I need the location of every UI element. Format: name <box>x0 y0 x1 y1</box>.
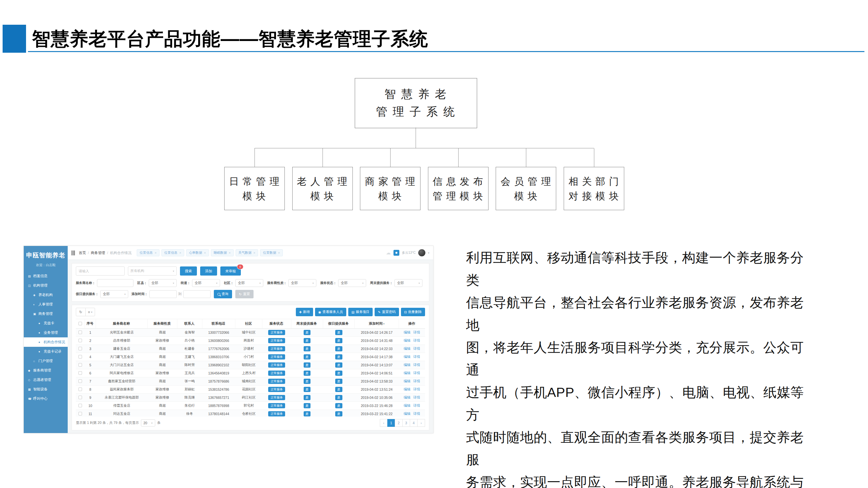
add-button[interactable]: 添加 <box>200 266 217 275</box>
close-icon[interactable]: × <box>204 251 206 255</box>
row-checkbox[interactable] <box>76 402 85 410</box>
filter-select[interactable]: 全部 ▾ <box>192 279 220 287</box>
close-icon[interactable]: × <box>179 251 181 255</box>
sidebar-item[interactable]: ▦ 智能设备 <box>24 385 68 394</box>
table-action-button[interactable]: ▤ 服务项目 <box>348 308 373 316</box>
edit-link[interactable]: 编辑 <box>404 403 410 407</box>
column-header[interactable]: 序号 <box>85 319 96 329</box>
page-button[interactable]: 1 <box>387 419 395 427</box>
detail-link[interactable]: 详情 <box>413 403 420 407</box>
edit-link[interactable]: 编辑 <box>404 412 410 416</box>
filter-select[interactable]: 全部 ▾ <box>338 279 366 287</box>
sidebar-item[interactable]: ◈ 养老机构 <box>24 290 68 300</box>
tag-chip[interactable]: 心率数据 × <box>186 249 209 256</box>
column-header[interactable]: 联系电话 <box>202 319 235 329</box>
column-header[interactable]: 服务状态 <box>262 319 291 329</box>
detail-link[interactable]: 详情 <box>413 371 420 375</box>
tag-chip[interactable]: 天气数据 × <box>236 249 258 256</box>
detail-link[interactable]: 详情 <box>413 338 420 342</box>
edit-link[interactable]: 编辑 <box>404 330 410 334</box>
row-checkbox[interactable] <box>76 353 85 361</box>
edit-link[interactable]: 编辑 <box>404 347 410 350</box>
hamburger-icon[interactable] <box>71 251 75 255</box>
detail-link[interactable]: 详情 <box>413 347 420 350</box>
table-scroll-area[interactable]: 序号 服务商名称 服务商性质 <box>76 319 425 417</box>
page-button[interactable]: 4 <box>410 419 417 427</box>
row-checkbox[interactable] <box>76 329 85 337</box>
sidebar-item[interactable]: ● 充值卡记录 <box>24 347 68 356</box>
row-checkbox[interactable] <box>76 410 85 417</box>
tag-chip[interactable]: 位置信息 × <box>137 249 159 256</box>
refresh-button[interactable]: ↻ <box>76 308 86 316</box>
breadcrumb-item[interactable]: 机构合作情况 <box>110 251 131 255</box>
close-icon[interactable]: × <box>253 251 255 255</box>
detail-link[interactable]: 详情 <box>413 363 420 367</box>
table-action-button[interactable]: ✎ 重置密码 <box>375 308 399 316</box>
notification-icon[interactable] <box>394 250 399 256</box>
filter-select[interactable]: 全部 ▾ <box>235 279 263 287</box>
org-select[interactable]: 所有机构 ▾ <box>128 266 177 275</box>
page-button[interactable]: 3 <box>402 419 410 427</box>
tag-chip[interactable]: 位置信息 × <box>161 249 184 256</box>
filter-select[interactable]: 全部 ▾ <box>288 279 316 287</box>
detail-link[interactable]: 详情 <box>413 387 420 391</box>
query-button[interactable]: 查询 <box>214 290 232 298</box>
row-checkbox[interactable] <box>76 378 85 386</box>
search-input[interactable] <box>76 266 125 275</box>
column-header[interactable]: 服务商性质 <box>148 319 177 329</box>
detail-link[interactable]: 详情 <box>413 330 420 334</box>
edit-link[interactable]: 编辑 <box>404 395 410 399</box>
date-to-input[interactable] <box>183 290 211 298</box>
select-all-checkbox[interactable] <box>76 319 85 329</box>
filter-select[interactable]: 全部 ▾ <box>149 279 177 287</box>
page-button[interactable]: ‹ <box>380 419 388 427</box>
column-header[interactable]: 操作 <box>399 319 425 329</box>
detail-link[interactable]: 详情 <box>413 395 420 399</box>
breadcrumb-item[interactable]: 首页 <box>79 251 91 255</box>
row-checkbox[interactable] <box>76 386 85 394</box>
sidebar-item[interactable]: ☎ 呼叫中心 <box>24 394 68 403</box>
breadcrumb-item[interactable]: 商务管理 <box>91 251 110 255</box>
edit-link[interactable]: 编辑 <box>404 363 410 367</box>
column-header[interactable]: 添加时间▾ <box>355 319 399 329</box>
row-checkbox[interactable] <box>76 337 85 345</box>
column-header[interactable]: 社区 <box>235 319 262 329</box>
sidebar-item[interactable]: ◆ 服务商管理 <box>24 366 68 375</box>
columns-button[interactable]: ≡ ▾ <box>85 308 95 316</box>
sidebar-item[interactable]: ● 业务管理 <box>24 328 68 337</box>
column-header[interactable]: 周末提供服务 <box>291 319 323 329</box>
sidebar-item[interactable]: ● 充值卡 <box>24 319 68 328</box>
page-button[interactable]: › <box>417 419 425 427</box>
column-header[interactable]: 服务商名称 <box>96 319 148 329</box>
holiday-service-select[interactable]: 全部 ▾ <box>100 290 128 298</box>
column-header[interactable]: 假日提供服务 <box>323 319 355 329</box>
edit-link[interactable]: 编辑 <box>404 379 410 383</box>
sidebar-item[interactable]: ▣ 商务管理 <box>24 309 68 319</box>
detail-link[interactable]: 详情 <box>413 355 420 359</box>
edit-link[interactable]: 编辑 <box>404 387 410 391</box>
sidebar-item[interactable]: ◫ 机构管理 <box>24 281 68 290</box>
detail-link[interactable]: 详情 <box>413 379 420 383</box>
unaudited-button[interactable]: 未审核 0 <box>220 266 241 275</box>
page-button[interactable]: 2 <box>395 419 403 427</box>
close-icon[interactable]: × <box>278 251 280 255</box>
sidebar-item[interactable]: ◐ 人事管理 <box>24 300 68 309</box>
detail-link[interactable]: 详情 <box>413 412 420 416</box>
edit-link[interactable]: 编辑 <box>404 371 410 375</box>
date-from-input[interactable] <box>149 290 177 298</box>
table-action-button[interactable]: ✚ 新增 <box>296 308 313 316</box>
row-checkbox[interactable] <box>76 394 85 402</box>
edit-link[interactable]: 编辑 <box>404 338 410 342</box>
page-size-select[interactable]: 20 ▾ <box>141 419 155 426</box>
tag-chip[interactable]: 位置数据 × <box>260 249 283 256</box>
close-icon[interactable]: × <box>229 251 231 255</box>
table-action-button[interactable]: ◉ 查看服务人员 <box>315 308 346 316</box>
table-action-button[interactable]: ⊟ 批量删除 <box>401 308 425 316</box>
avatar[interactable] <box>418 249 425 256</box>
sidebar-item[interactable]: ◇ 志愿者管理 <box>24 375 68 385</box>
sidebar-item[interactable]: ● 机构合作情况 <box>24 337 68 347</box>
row-checkbox[interactable] <box>76 361 85 369</box>
filter-select[interactable]: 全部 ▾ <box>395 279 423 287</box>
close-icon[interactable]: × <box>155 251 157 255</box>
edit-link[interactable]: 编辑 <box>404 355 410 359</box>
